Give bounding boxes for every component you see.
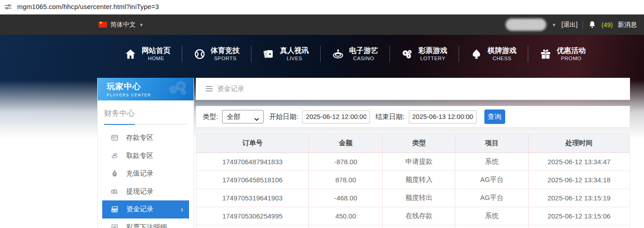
nav-label-zh: 电子游艺 — [349, 46, 378, 55]
table-row: 1749706487941833 -878.00 申请提款 系统 2025-06… — [196, 153, 630, 171]
sidebar-header: 玩家中心 PLAYERS CENTER — [98, 78, 194, 100]
cell-order-no: 1749705306254995 — [196, 207, 309, 225]
topbar-user-area: ▼ [退出] (49) 新消息 — [506, 14, 637, 35]
sidebar-item-funds-record[interactable]: 资金记录 › — [102, 200, 189, 218]
cell-time: 2025-06-12 13:34:47 — [528, 153, 630, 171]
nav-item-chess[interactable]: 棋牌游戏CHESS — [459, 46, 528, 62]
chevron-right-icon: › — [181, 206, 183, 213]
sidebar-item-label: 存款专区 — [126, 133, 153, 142]
nav-item-lottery[interactable]: 彩票游戏LOTTERY — [390, 46, 459, 62]
home-icon — [124, 48, 137, 60]
recharge-record-icon: ¥ — [111, 170, 118, 177]
cell-amount: 450.00 — [309, 207, 383, 225]
language-selector[interactable]: ★ 简体中文 ▼ — [99, 14, 144, 35]
new-messages-link[interactable]: 新消息 — [618, 21, 637, 29]
cell-order-no: 1749705319641903 — [196, 189, 309, 207]
cell-type: 申请提款 — [383, 153, 455, 171]
chevron-down-icon: ▼ — [139, 22, 144, 28]
hamburger-icon — [206, 86, 213, 91]
message-count[interactable]: (49) — [601, 21, 613, 28]
user-chevron-down-icon[interactable]: ▼ — [551, 22, 556, 28]
nav-label-en: LIVES — [287, 55, 303, 62]
sidebar-item-label: 资金记录 — [126, 205, 153, 214]
sidebar-item-label: 彩票下注明细 — [126, 223, 167, 228]
deposit-icon — [111, 134, 118, 142]
table-row: 1749705306254995 450.00 在线存款 系统 2025-06-… — [196, 207, 630, 225]
page-url[interactable]: mgm1065.com/hhcp/usercenter.html?iniType… — [17, 3, 159, 10]
funds-record-panel: 资金记录 类型: 全部 开始日期: 结束日期: 查询 订单号 金额 类型 项目 … — [196, 78, 630, 228]
select-chevron-icon — [254, 115, 259, 119]
cell-type: 在线存款 — [383, 207, 455, 225]
nav-label-zh: 网站首页 — [142, 46, 170, 55]
withdrawal-record-icon — [111, 188, 118, 195]
gamepad-icon — [164, 81, 189, 98]
bet-detail-icon — [111, 223, 118, 228]
nav-item-promo[interactable]: 优惠活动PROMO — [528, 46, 597, 62]
column-header-item: 项目 — [455, 134, 528, 153]
nav-item-home[interactable]: 网站首页HOME — [113, 46, 182, 62]
breadcrumb-label: 资金记录 — [217, 85, 244, 93]
svg-text:♠: ♠ — [269, 52, 271, 56]
site-settings-icon[interactable] — [4, 3, 12, 11]
column-header-time: 处理时间 — [528, 134, 630, 153]
nav-item-casino[interactable]: 电子游艺CASINO — [321, 46, 389, 62]
sidebar-item-deposit-zone[interactable]: 存款专区 — [102, 129, 189, 147]
cell-item: 系统 — [455, 153, 528, 171]
column-header-type: 类型 — [383, 134, 455, 153]
basketball-icon — [194, 48, 206, 60]
spade-icon — [470, 48, 483, 60]
nav-label-en: PROMO — [561, 55, 581, 62]
type-select-value: 全部 — [227, 113, 240, 121]
funds-record-icon — [111, 205, 118, 213]
topbar-divider — [582, 21, 583, 29]
sidebar-item-recharge-record[interactable]: ¥ 充值记录 — [102, 165, 189, 183]
nav-label-zh: 真人视讯 — [280, 46, 309, 55]
column-header-amount: 金额 — [309, 134, 383, 153]
query-button[interactable]: 查询 — [484, 109, 505, 124]
logout-link[interactable]: [退出] — [561, 21, 578, 29]
username-redacted[interactable] — [506, 19, 546, 31]
nav-label-zh: 优惠活动 — [557, 46, 586, 55]
nav-label-zh: 体育竞技 — [211, 46, 240, 55]
nav-label-en: HOME — [148, 55, 164, 62]
cell-time: 2025-06-12 13:15:19 — [528, 189, 630, 207]
notification-bell-icon[interactable] — [588, 20, 597, 29]
sidebar-item-withdrawal-record[interactable]: 提现记录 — [102, 183, 189, 201]
nav-label-en: LOTTERY — [420, 55, 445, 62]
cell-order-no: 1749706458518106 — [196, 171, 309, 189]
lottery-balls-icon — [401, 48, 413, 60]
type-select[interactable]: 全部 — [222, 110, 264, 124]
sidebar-menu: 存款专区 取款专区 ¥ 充值记录 提现记录 资金记录 › — [98, 129, 194, 228]
sidebar-section-underline — [104, 124, 187, 125]
withdraw-icon — [111, 152, 118, 160]
column-header-order-no: 订单号 — [196, 134, 309, 153]
nav-label-en: CASINO — [353, 55, 374, 62]
end-date-label: 结束日期: — [375, 113, 404, 121]
table-row-partial — [196, 225, 630, 228]
end-date-input[interactable] — [409, 110, 477, 124]
account-topbar: ★ 简体中文 ▼ ▼ [退出] (49) 新消息 — [0, 14, 644, 35]
cell-type: 额度转出 — [383, 189, 455, 207]
sidebar-item-label: 充值记录 — [126, 169, 153, 178]
svg-text:¥: ¥ — [114, 172, 116, 176]
nav-item-sports[interactable]: 体育竞技SPORTS — [182, 46, 251, 62]
main-nav: 网站首页HOME 体育竞技SPORTS ♠ 真人视讯LIVES 电子游艺CASI… — [33, 39, 644, 69]
browser-address-bar[interactable]: mgm1065.com/hhcp/usercenter.html?iniType… — [0, 0, 644, 14]
sidebar-section-title: 财务中心 — [104, 108, 187, 119]
sidebar-item-label: 取款专区 — [126, 152, 153, 160]
nav-label-zh: 彩票游戏 — [418, 46, 447, 55]
cell-amount: -468.00 — [309, 189, 383, 207]
start-date-label: 开始日期: — [269, 113, 298, 121]
filter-bar: 类型: 全部 开始日期: 结束日期: 查询 — [196, 106, 630, 128]
sidebar-item-withdraw-zone[interactable]: 取款专区 — [102, 147, 189, 165]
nav-item-lives[interactable]: ♠ 真人视讯LIVES — [251, 46, 320, 62]
nav-label-en: SPORTS — [214, 55, 236, 62]
sidebar-item-lottery-bet-detail[interactable]: 彩票下注明细 — [102, 218, 189, 228]
language-label: 简体中文 — [110, 21, 136, 29]
playing-cards-icon: ♠ — [263, 48, 275, 60]
nav-label-en: CHESS — [492, 55, 511, 62]
cell-amount: 878.00 — [309, 171, 383, 189]
cell-time: 2025-06-12 13:15:06 — [528, 207, 630, 225]
breadcrumb: 资金记录 — [196, 78, 630, 100]
start-date-input[interactable] — [302, 110, 370, 124]
